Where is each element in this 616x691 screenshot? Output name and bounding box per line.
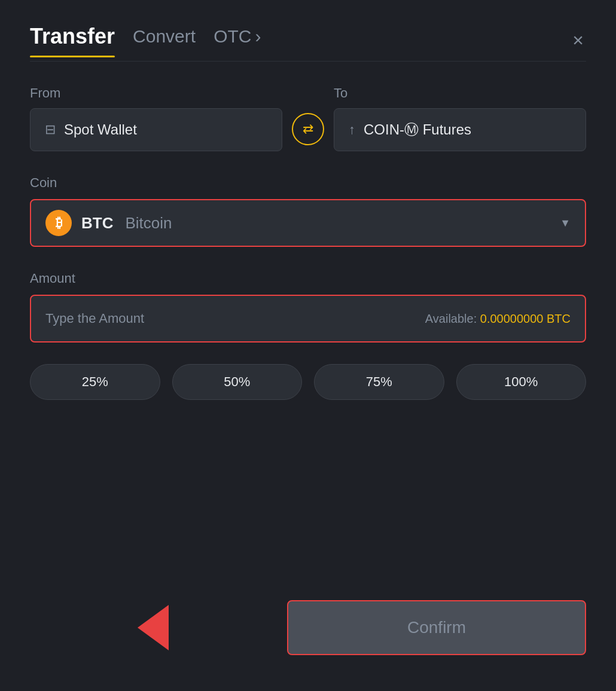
tab-transfer[interactable]: Transfer [30,24,115,56]
amount-input[interactable] [45,311,308,326]
coin-section: Coin ₿ BTC Bitcoin ▼ [30,175,586,271]
arrow-icon [138,605,169,650]
from-wallet-label: Spot Wallet [64,121,137,138]
bottom-row: Confirm [30,600,586,655]
coin-fullname: Bitcoin [125,214,172,233]
tab-convert[interactable]: Convert [133,26,196,54]
confirm-button[interactable]: Confirm [287,600,586,655]
pct-75-button[interactable]: 75% [314,364,444,400]
from-wallet-box[interactable]: ⊟ Spot Wallet [30,108,282,151]
arrow-pointer [138,605,169,650]
modal-header: Transfer Convert OTC › × [30,24,586,56]
to-section: To ↑ COIN-Ⓜ Futures [334,85,586,151]
percentage-row: 25% 50% 75% 100% [30,364,586,400]
coin-selector[interactable]: ₿ BTC Bitcoin ▼ [30,199,586,247]
close-button[interactable]: × [570,28,586,52]
pct-50-button[interactable]: 50% [172,364,303,400]
amount-label: Amount [30,271,586,286]
from-to-section: From ⊟ Spot Wallet ⇄ To ↑ COIN-Ⓜ Futures [30,85,586,151]
available-label: Available: [425,312,477,325]
to-wallet-label: COIN-Ⓜ Futures [364,120,471,139]
modal-container: Transfer Convert OTC › × From ⊟ Spot Wal… [0,0,616,691]
available-display: Available: 0.00000000 BTC [425,312,571,326]
to-label: To [334,85,586,101]
header-divider [30,61,586,62]
to-wallet-box[interactable]: ↑ COIN-Ⓜ Futures [334,108,586,151]
pct-100-button[interactable]: 100% [456,364,587,400]
coin-symbol: BTC [81,214,113,233]
pct-25-button[interactable]: 25% [30,364,160,400]
btc-icon: ₿ [45,210,72,236]
coin-label: Coin [30,175,586,191]
available-value: 0.00000000 BTC [480,312,571,325]
swap-button-container: ⇄ [282,113,334,151]
wallet-card-icon: ⊟ [45,122,56,137]
from-label: From [30,85,282,101]
swap-button[interactable]: ⇄ [292,113,324,145]
amount-box: Available: 0.00000000 BTC [30,295,586,343]
futures-icon: ↑ [349,122,355,137]
otc-chevron-icon: › [255,26,261,47]
amount-section: Amount Available: 0.00000000 BTC [30,271,586,364]
swap-icon: ⇄ [303,121,313,137]
from-section: From ⊟ Spot Wallet [30,85,282,151]
chevron-down-icon: ▼ [560,217,571,230]
tab-otc[interactable]: OTC › [214,26,261,54]
